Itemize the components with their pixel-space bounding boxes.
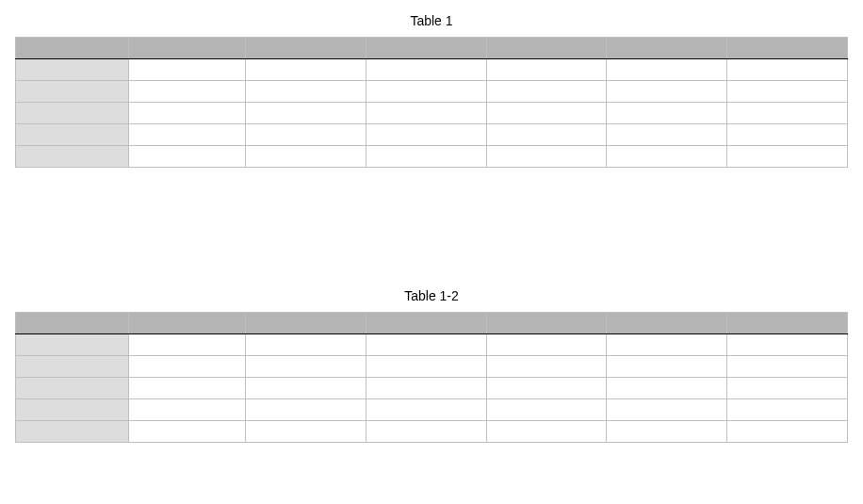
table-1-cell: [607, 103, 727, 124]
table-2-cell: [366, 356, 486, 378]
table-1-cell: [727, 59, 848, 81]
table-2-header-cell: [727, 313, 848, 334]
table-2-cell: [246, 356, 366, 378]
table-1-cell: [366, 59, 486, 81]
table-2-cell: [727, 334, 848, 356]
table-1-cell: [246, 146, 366, 168]
table-1-rowhead: [16, 124, 129, 146]
table-2-cell: [607, 334, 727, 356]
table-1-cell: [246, 59, 366, 81]
table-1-header-cell: [246, 38, 366, 59]
table-1-header-cell: [486, 38, 607, 59]
table-2-header-cell: [607, 313, 727, 334]
table-row: [16, 103, 848, 124]
table-row: [16, 334, 848, 356]
table-2-cell: [486, 356, 607, 378]
table-2-cell: [366, 378, 486, 399]
table-2-cell: [486, 378, 607, 399]
table-1-cell: [486, 59, 607, 81]
table-1-cell: [366, 146, 486, 168]
table-1-header-cell: [366, 38, 486, 59]
page: Table 1: [0, 0, 863, 443]
table-row: [16, 399, 848, 421]
table-2-header-cell: [486, 313, 607, 334]
table-2-cell: [607, 356, 727, 378]
table-2-cell: [129, 334, 246, 356]
table-1-rowhead: [16, 81, 129, 103]
table-2-rowhead: [16, 399, 129, 421]
table-2-cell: [246, 334, 366, 356]
table-2-cell: [486, 334, 607, 356]
table-row: [16, 59, 848, 81]
table-2-cell: [366, 399, 486, 421]
table-row: [16, 356, 848, 378]
table-2-cell: [727, 399, 848, 421]
table-1-cell: [246, 124, 366, 146]
table-1-cell: [727, 146, 848, 168]
table-1-cell: [129, 146, 246, 168]
table-2-cell: [607, 399, 727, 421]
table-2-cell: [366, 334, 486, 356]
table-1-rowhead: [16, 59, 129, 81]
table-1-cell: [246, 81, 366, 103]
table-1-rowhead: [16, 103, 129, 124]
table-2-header-cell: [16, 313, 129, 334]
table-row: [16, 124, 848, 146]
table-2-cell: [246, 421, 366, 443]
table-1-cell: [486, 81, 607, 103]
table-1-cell: [607, 81, 727, 103]
table-1-cell: [607, 59, 727, 81]
table-1-cell: [366, 124, 486, 146]
table-2-cell: [607, 378, 727, 399]
table-2-cell: [129, 399, 246, 421]
table-2-cell: [129, 356, 246, 378]
table-1-cell: [129, 124, 246, 146]
table-2-cell: [486, 399, 607, 421]
table-2-header-row: [16, 313, 848, 334]
table-2-rowhead: [16, 378, 129, 399]
table-1-header-cell: [16, 38, 129, 59]
table-1-title: Table 1: [15, 13, 848, 28]
table-2-cell: [129, 378, 246, 399]
table-1-cell: [129, 59, 246, 81]
table-row: [16, 81, 848, 103]
table-2-header-cell: [246, 313, 366, 334]
table-2-cell: [246, 399, 366, 421]
table-1-cell: [486, 124, 607, 146]
table-2: [15, 312, 848, 443]
table-1-header-row: [16, 38, 848, 59]
table-1-rowhead: [16, 146, 129, 168]
table-1-cell: [607, 146, 727, 168]
table-row: [16, 421, 848, 443]
table-2-rowhead: [16, 421, 129, 443]
table-1-cell: [129, 81, 246, 103]
table-1-cell: [129, 103, 246, 124]
table-2-cell: [366, 421, 486, 443]
table-2-header-cell: [366, 313, 486, 334]
table-2-cell: [129, 421, 246, 443]
table-1-cell: [727, 124, 848, 146]
table-1-cell: [486, 103, 607, 124]
table-2-cell: [246, 378, 366, 399]
table-1-cell: [366, 103, 486, 124]
table-2-rowhead: [16, 356, 129, 378]
table-2-cell: [727, 356, 848, 378]
spacer: [15, 168, 848, 288]
table-1-cell: [246, 103, 366, 124]
table-1-header-cell: [129, 38, 246, 59]
table-1-header-cell: [607, 38, 727, 59]
table-row: [16, 378, 848, 399]
table-1-cell: [486, 146, 607, 168]
table-2-cell: [607, 421, 727, 443]
table-1-cell: [727, 103, 848, 124]
table-1-cell: [607, 124, 727, 146]
table-2-rowhead: [16, 334, 129, 356]
table-1: [15, 37, 848, 168]
table-1-header-cell: [727, 38, 848, 59]
table-2-cell: [727, 421, 848, 443]
table-2-title: Table 1-2: [15, 288, 848, 303]
table-2-cell: [486, 421, 607, 443]
table-row: [16, 146, 848, 168]
table-2-cell: [727, 378, 848, 399]
table-1-cell: [366, 81, 486, 103]
